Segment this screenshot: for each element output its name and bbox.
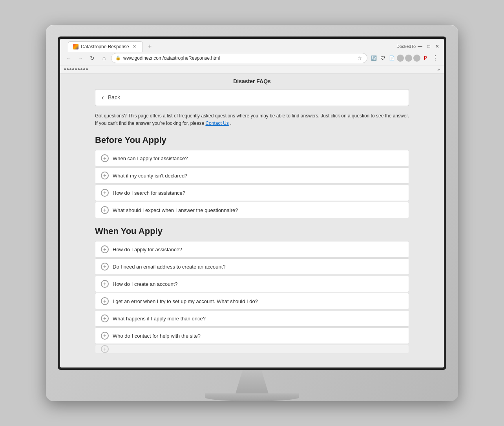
dockedto-label: DockedTo [396, 44, 416, 49]
extension-circle-1[interactable] [397, 55, 404, 62]
tab-close-button[interactable]: ✕ [131, 44, 138, 50]
bookmark-star-icon[interactable]: ☆ [356, 55, 363, 62]
expand-icon: + [101, 189, 109, 197]
address-bar-row: ← → ↻ ⌂ 🔒 www.godinezr.com/catastropheRe… [60, 51, 444, 66]
expand-icon: + [101, 297, 109, 305]
minimize-button[interactable]: — [417, 44, 423, 49]
intro-text-start: Got questions? This page offers a list o… [95, 113, 409, 126]
expand-icon: + [101, 314, 109, 322]
browser-chrome: Catastrophe Response ✕ + DockedTo — □ ✕ [60, 39, 444, 73]
page-content: Disaster FAQs ‹ Back Got questions? This… [60, 73, 444, 367]
new-tab-button[interactable]: + [144, 41, 155, 52]
tab-title: Catastrophe Response [81, 44, 129, 49]
monitor: Catastrophe Response ✕ + DockedTo — □ ✕ [46, 25, 458, 401]
page-title: Disaster FAQs [233, 78, 271, 84]
lock-icon: 🔒 [115, 55, 121, 60]
faq-item[interactable]: + What happens if I apply more than once… [95, 310, 409, 327]
browser-tab[interactable]: Catastrophe Response ✕ [68, 41, 143, 52]
expand-icon: + [101, 280, 109, 288]
expand-icon: + [101, 206, 109, 214]
faq-question: What should I expect when I answer the q… [113, 207, 238, 213]
forward-button[interactable]: → [76, 53, 85, 63]
extension-circle-3[interactable] [413, 55, 420, 62]
window-controls: — □ ✕ [417, 44, 440, 49]
content-area: ‹ Back Got questions? This page offers a… [91, 89, 413, 367]
faq-question: When can I apply for assistance? [113, 155, 188, 161]
maximize-button[interactable]: □ [426, 44, 431, 49]
screen: Catastrophe Response ✕ + DockedTo — □ ✕ [60, 39, 444, 367]
extension-icon-pinterest[interactable]: P [422, 54, 429, 62]
browser-right-icons: 🔄 🛡 📄 P ⋮ [370, 54, 440, 62]
faq-question: How do I search for assistance? [113, 190, 185, 196]
section-heading-2: When You Apply [95, 226, 409, 236]
intro-text-end: . [230, 121, 231, 126]
reload-button[interactable]: ↻ [88, 53, 97, 63]
faq-item[interactable]: + When can I apply for assistance? [95, 150, 409, 166]
faq-question: What happens if I apply more than once? [113, 316, 206, 322]
monitor-stand [58, 370, 446, 401]
browser-menu-button[interactable]: ⋮ [431, 54, 440, 62]
faq-question: How do I create an account? [113, 281, 178, 287]
tab-favicon [73, 44, 79, 49]
contact-us-link[interactable]: Contact Us [205, 121, 228, 126]
extension-icon-2[interactable]: 🛡 [379, 54, 387, 62]
faq-question: Do I need an email address to create an … [113, 264, 226, 270]
extension-circle-2[interactable] [405, 55, 412, 62]
expand-icon: + [101, 332, 109, 340]
expand-icon: + [101, 172, 109, 179]
title-bar-right: DockedTo — □ ✕ [396, 44, 440, 49]
faq-item[interactable]: + Do I need an email address to create a… [95, 258, 409, 275]
stand-base [205, 393, 299, 401]
home-button[interactable]: ⌂ [99, 53, 109, 63]
address-bar[interactable]: 🔒 www.godinezr.com/catastropheResponse.h… [111, 53, 367, 63]
back-button[interactable]: ← [64, 53, 73, 63]
faq-item[interactable]: + What should I expect when I answer the… [95, 202, 409, 218]
expand-icon: + [101, 245, 109, 253]
intro-paragraph: Got questions? This page offers a list o… [95, 112, 409, 127]
faq-question: I get an error when I try to set up my a… [113, 298, 258, 304]
expand-icon: + [101, 154, 109, 162]
faq-question: Who do I contact for help with the site? [113, 333, 201, 339]
page-header: Disaster FAQs [60, 73, 444, 89]
address-actions: ☆ [356, 55, 363, 62]
tabs-bar: Catastrophe Response ✕ + [64, 41, 159, 52]
faq-item[interactable]: + What if my county isn't declared? [95, 167, 409, 184]
faq-question: What if my county isn't declared? [113, 173, 187, 179]
section-heading-1: Before You Apply [95, 135, 409, 145]
faq-list-2: + How do I apply for assistance? + Do I … [95, 241, 409, 353]
faq-item-partial[interactable]: + [95, 345, 409, 353]
url-text: www.godinezr.com/catastropheResponse.htm… [123, 55, 354, 61]
expand-icon: + [101, 263, 109, 271]
expand-icon: + [101, 345, 109, 353]
extension-icon-1[interactable]: 🔄 [370, 54, 378, 62]
back-label: Back [108, 94, 120, 101]
faq-list-1: + When can I apply for assistance? + Wha… [95, 150, 409, 218]
faq-item[interactable]: + How do I create an account? [95, 276, 409, 292]
faq-item[interactable]: + How do I apply for assistance? [95, 241, 409, 258]
back-nav[interactable]: ‹ Back [95, 89, 409, 106]
faq-item[interactable]: + I get an error when I try to set up my… [95, 293, 409, 309]
extension-icon-pdf[interactable]: 📄 [388, 54, 396, 62]
bookmarks-bar: » [60, 66, 444, 73]
close-button[interactable]: ✕ [435, 44, 440, 49]
faq-item[interactable]: + Who do I contact for help with the sit… [95, 327, 409, 344]
back-arrow-icon: ‹ [102, 93, 104, 102]
faq-item[interactable]: + How do I search for assistance? [95, 185, 409, 201]
title-bar: Catastrophe Response ✕ + DockedTo — □ ✕ [60, 39, 444, 51]
screen-bezel: Catastrophe Response ✕ + DockedTo — □ ✕ [58, 37, 446, 370]
faq-question: How do I apply for assistance? [113, 247, 182, 252]
apps-button[interactable] [64, 68, 88, 70]
stand-neck [228, 370, 276, 393]
bookmark-chevron[interactable]: » [437, 67, 440, 72]
